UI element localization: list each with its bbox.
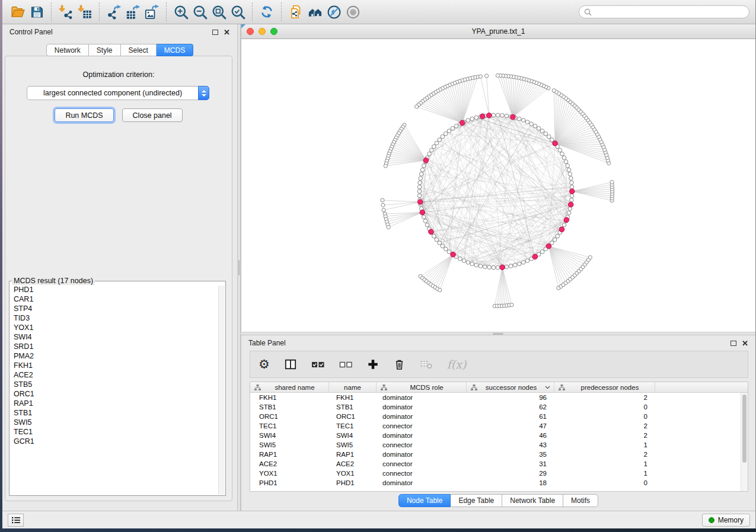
mcds-result-item[interactable]: PHD1 [10, 285, 218, 294]
float-panel-icon[interactable] [212, 30, 218, 35]
table-row[interactable]: YOX1YOX1connector291 [250, 469, 741, 478]
mcds-result-item[interactable]: GCR1 [10, 437, 218, 446]
delete-rows-button[interactable] [393, 355, 406, 373]
mcds-result-item[interactable]: TEC1 [10, 427, 218, 437]
export-image-icon [144, 4, 160, 20]
column-header-predecessor-nodes[interactable]: predecessor nodes [554, 382, 655, 393]
export-network-button[interactable] [104, 2, 123, 21]
minimize-window-icon[interactable] [259, 28, 266, 35]
select-all-button[interactable] [311, 355, 325, 373]
open-file-icon [10, 4, 25, 20]
refresh-view-button[interactable] [257, 2, 276, 21]
close-panel-icon[interactable]: ✕ [742, 339, 748, 347]
scrollbar-thumb[interactable] [742, 395, 747, 463]
show-graphics-button[interactable] [343, 2, 362, 21]
table-row[interactable]: RAP1RAP1dominator352 [250, 450, 741, 459]
table-tab-network-table[interactable]: Network Table [502, 494, 563, 507]
gear-icon: ⚙ [259, 358, 270, 371]
export-image-button[interactable] [142, 2, 161, 21]
table-row[interactable]: TEC1TEC1connector472 [250, 421, 741, 431]
mcds-result-item[interactable]: TID3 [10, 313, 218, 323]
tab-network[interactable]: Network [46, 44, 89, 56]
close-panel-button[interactable]: Close panel [122, 108, 183, 122]
table-scrollbar[interactable] [741, 393, 748, 491]
import-table-button[interactable] [75, 2, 94, 21]
mcds-result-item[interactable]: SWI4 [10, 332, 218, 342]
deselect-all-button[interactable] [339, 355, 353, 373]
table-tab-motifs[interactable]: Motifs [563, 494, 598, 507]
column-header-successor-nodes[interactable]: successor nodes [467, 382, 554, 393]
mcds-result-item[interactable]: FKH1 [10, 361, 218, 370]
search-icon [584, 8, 592, 16]
table-row[interactable]: SWI5SWI5connector431 [250, 440, 741, 450]
mcds-result-item[interactable]: CAR1 [10, 294, 218, 304]
float-panel-icon[interactable] [731, 341, 736, 346]
table-cell: RAP1 [250, 451, 329, 458]
export-table-button[interactable] [123, 2, 142, 21]
mcds-result-item[interactable]: ORC1 [10, 389, 218, 399]
mcds-result-item[interactable]: SWI5 [10, 418, 218, 427]
tab-select[interactable]: Select [121, 44, 157, 56]
close-window-icon[interactable] [247, 28, 254, 35]
run-mcds-button[interactable]: Run MCDS [55, 108, 113, 122]
function-builder-button[interactable]: f(x) [447, 355, 467, 373]
home-button[interactable] [305, 2, 324, 21]
maximize-window-icon[interactable] [270, 28, 277, 35]
mcds-result-item[interactable]: YOX1 [10, 323, 218, 332]
mcds-result-item[interactable]: STP4 [10, 304, 218, 313]
network-canvas[interactable] [241, 39, 755, 332]
column-header-name[interactable]: name [329, 382, 377, 393]
mcds-list-scrollbar[interactable] [218, 286, 225, 495]
share-document-button[interactable] [286, 2, 305, 21]
table-cell: dominator [377, 394, 467, 401]
close-panel-icon[interactable]: ✕ [224, 28, 230, 36]
table-tab-node-table[interactable]: Node Table [398, 494, 451, 507]
mcds-result-item[interactable]: SRD1 [10, 342, 218, 351]
table-options-button[interactable]: ⚙ [259, 355, 270, 373]
show-column-button[interactable] [284, 355, 297, 373]
optimization-criterion-select[interactable]: largest connected component (undirected) [27, 86, 209, 100]
column-header-mcds-role[interactable]: MCDS role [377, 382, 467, 393]
splitter-handle[interactable] [493, 333, 503, 335]
export-network-icon [106, 4, 122, 20]
zoom-selected-icon [230, 4, 246, 20]
zoom-fit-button[interactable] [209, 2, 228, 21]
table-row[interactable]: FKH1FKH1dominator962 [250, 393, 741, 402]
column-header-shared-name[interactable]: shared name [250, 382, 329, 393]
mcds-result-item[interactable]: ACE2 [10, 370, 218, 380]
tab-style[interactable]: Style [89, 44, 121, 56]
task-history-button[interactable] [8, 514, 24, 527]
table-cell: SWI5 [250, 441, 329, 448]
splitter-handle[interactable] [238, 260, 240, 275]
table-tab-edge-table[interactable]: Edge Table [451, 494, 502, 507]
table-row[interactable]: PHD1PHD1dominator180 [250, 478, 741, 488]
table-cell: 0 [554, 413, 655, 420]
network-titlebar[interactable]: YPA_prune.txt_1 [241, 24, 755, 39]
table-cell: dominator [377, 403, 467, 411]
delete-table-button[interactable] [420, 355, 433, 373]
zoom-in-button[interactable] [171, 2, 190, 21]
delete-table-icon [420, 359, 433, 370]
table-row[interactable]: SWI4SWI4dominator462 [250, 431, 741, 440]
save-session-button[interactable] [27, 2, 46, 21]
control-panel-title: Control Panel [9, 28, 53, 36]
tab-mcds[interactable]: MCDS [157, 44, 193, 56]
zoom-selected-button[interactable] [228, 2, 247, 21]
memory-label: Memory [718, 516, 744, 524]
mcds-result-item[interactable]: STB5 [10, 380, 218, 389]
toolbar-search[interactable] [579, 5, 749, 18]
mcds-result-item[interactable]: STB1 [10, 408, 218, 418]
search-input[interactable] [595, 7, 744, 17]
mcds-result-item[interactable]: RAP1 [10, 399, 218, 408]
memory-button[interactable]: Memory [702, 514, 750, 527]
table-row[interactable]: ORC1ORC1dominator610 [250, 412, 741, 421]
import-network-button[interactable] [56, 2, 75, 21]
table-row[interactable]: STB1STB1dominator620 [250, 402, 741, 412]
hide-graphics-button[interactable] [324, 2, 343, 21]
zoom-out-button[interactable] [190, 2, 209, 21]
mcds-result-item[interactable]: PMA2 [10, 351, 218, 361]
table-cell: 1 [554, 441, 655, 448]
add-row-button[interactable] [367, 355, 379, 373]
open-file-button[interactable] [8, 2, 27, 21]
table-row[interactable]: ACE2ACE2connector311 [250, 459, 741, 469]
